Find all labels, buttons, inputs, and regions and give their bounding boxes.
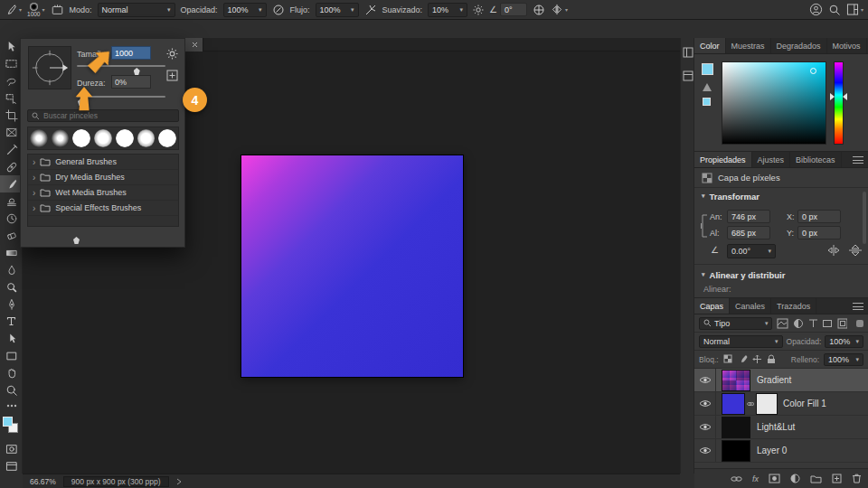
canvas-document[interactable]: [241, 155, 463, 377]
tab-degradados[interactable]: Degradados: [771, 38, 827, 53]
lock-all-icon[interactable]: [767, 354, 776, 364]
zoom-level[interactable]: 66.67%: [30, 477, 56, 486]
doc-info-field[interactable]: 900 px x 900 px (300 ppp): [63, 476, 169, 487]
opacity-select[interactable]: 100%: [223, 3, 267, 17]
pixel-filter-icon[interactable]: [777, 318, 788, 329]
foreground-color-swatch[interactable]: [702, 63, 713, 75]
brush-preset-medium[interactable]: [137, 129, 156, 147]
new-group-icon[interactable]: [810, 474, 822, 483]
brush-preset-hard[interactable]: [116, 129, 134, 147]
mask-link-icon[interactable]: [747, 400, 754, 408]
layer-mask-thumbnail[interactable]: [756, 393, 778, 415]
panel-menu-icon[interactable]: [853, 156, 863, 164]
layer-filter-select[interactable]: Tipo: [699, 317, 772, 330]
new-layer-icon[interactable]: [832, 474, 842, 483]
brush-preset-medium[interactable]: [94, 129, 112, 147]
brush-settings-panel-toggle[interactable]: [51, 4, 64, 16]
type-filter-icon[interactable]: [808, 318, 818, 329]
edit-toolbar-icon[interactable]: [0, 399, 23, 412]
tab-bibliotecas[interactable]: Bibliotecas: [790, 152, 842, 167]
y-field[interactable]: 0 px: [797, 226, 841, 239]
hue-slider[interactable]: [834, 61, 844, 145]
brush-folder-general[interactable]: › General Brushes: [28, 155, 178, 170]
quick-mask-icon[interactable]: [0, 440, 23, 457]
pressure-opacity-icon[interactable]: [272, 4, 285, 16]
saturation-brightness-square[interactable]: [722, 61, 826, 145]
hue-marker[interactable]: [830, 93, 835, 100]
collapsed-panel-icon[interactable]: [683, 45, 692, 61]
tool-preset-picker[interactable]: ▾: [5, 4, 22, 16]
visibility-toggle[interactable]: [694, 416, 716, 438]
path-selection-tool[interactable]: [0, 330, 23, 347]
type-tool[interactable]: [0, 313, 23, 330]
brush-preset-hard[interactable]: [158, 129, 176, 147]
tab-ajustes[interactable]: Ajustes: [752, 152, 791, 167]
status-chevron-icon[interactable]: [176, 478, 182, 485]
layer-row-layer0[interactable]: Layer 0: [694, 439, 868, 463]
tab-canales[interactable]: Canales: [730, 298, 771, 314]
new-adjustment-layer-icon[interactable]: [790, 474, 800, 483]
smoothing-gear-icon[interactable]: [473, 5, 484, 15]
tab-muestras[interactable]: Muestras: [726, 38, 771, 53]
flow-select[interactable]: 100%: [316, 3, 359, 17]
new-preset-icon[interactable]: [166, 70, 178, 81]
brush-hardness-input[interactable]: [111, 75, 151, 89]
brush-folder-dry-media[interactable]: › Dry Media Brushes: [28, 170, 178, 185]
visibility-toggle[interactable]: [694, 369, 716, 391]
lock-paint-icon[interactable]: [738, 354, 748, 364]
web-color-cube-icon[interactable]: [703, 98, 711, 106]
hue-marker[interactable]: [843, 93, 847, 100]
layer-thumbnail[interactable]: [722, 370, 750, 391]
blend-mode-select[interactable]: Normal: [98, 3, 175, 17]
x-field[interactable]: 0 px: [797, 210, 841, 223]
brush-preset-picker[interactable]: 1000 ▾: [27, 3, 44, 17]
pen-tool[interactable]: [0, 296, 23, 313]
brush-angle-field[interactable]: 0°: [500, 3, 527, 16]
lock-transparency-icon[interactable]: [723, 354, 733, 364]
layer-effects-icon[interactable]: fx: [752, 474, 759, 483]
fill-select[interactable]: 100%: [824, 353, 863, 366]
fill-layer-thumbnail[interactable]: [722, 393, 745, 415]
layer-row-gradient[interactable]: Gradient: [694, 369, 868, 392]
layer-thumbnail[interactable]: [722, 417, 750, 438]
align-section-header[interactable]: Alinear y distribuir: [694, 267, 792, 282]
layer-blend-mode-select[interactable]: Normal: [699, 335, 783, 348]
adjustment-filter-icon[interactable]: [793, 318, 804, 329]
visibility-toggle[interactable]: [694, 439, 716, 462]
workspace-switcher[interactable]: ▾: [846, 4, 863, 15]
brush-folder-special-effects[interactable]: › Special Effects Brushes: [28, 201, 178, 216]
dodge-tool[interactable]: [0, 278, 23, 296]
flip-vertical-icon[interactable]: [848, 244, 863, 257]
brush-preset-soft[interactable]: [30, 129, 48, 147]
brush-preset-soft[interactable]: [52, 129, 70, 147]
brush-preset-hard[interactable]: [72, 129, 90, 147]
panel-menu-icon[interactable]: [853, 303, 863, 310]
tab-propiedades[interactable]: Propiedades: [694, 152, 752, 167]
brush-angle-preview[interactable]: [28, 46, 71, 89]
symmetry-icon[interactable]: ▾: [551, 4, 568, 15]
link-layers-icon[interactable]: [731, 474, 742, 483]
close-tab-icon[interactable]: [192, 42, 198, 48]
screen-mode-icon[interactable]: [0, 457, 23, 474]
add-mask-icon[interactable]: [769, 474, 780, 483]
smoothing-select[interactable]: 10%: [428, 3, 467, 17]
brush-folder-wet-media[interactable]: › Wet Media Brushes: [28, 185, 178, 201]
zoom-tool[interactable]: [0, 381, 23, 399]
scrollbar[interactable]: [863, 192, 866, 244]
tab-trazados[interactable]: Trazados: [771, 298, 816, 314]
color-swatches[interactable]: [0, 415, 23, 436]
layer-thumbnail[interactable]: [722, 440, 750, 462]
tab-color[interactable]: Color: [694, 38, 726, 53]
layer-row-color-fill[interactable]: Color Fill 1: [694, 392, 868, 416]
collapsed-panel-icon[interactable]: [683, 69, 692, 85]
brush-size-input[interactable]: [111, 46, 151, 60]
search-icon[interactable]: [828, 4, 841, 16]
link-dimensions-icon[interactable]: [700, 211, 708, 240]
layer-row-lightlut[interactable]: Light&Lut: [694, 416, 868, 439]
brush-search-input[interactable]: [43, 111, 175, 120]
delete-layer-icon[interactable]: [852, 474, 862, 483]
layer-opacity-select[interactable]: 100%: [825, 335, 863, 348]
height-field[interactable]: 685 px: [727, 226, 770, 239]
filter-toggle-icon[interactable]: [856, 320, 863, 327]
brush-popup-gear-icon[interactable]: [166, 48, 178, 60]
